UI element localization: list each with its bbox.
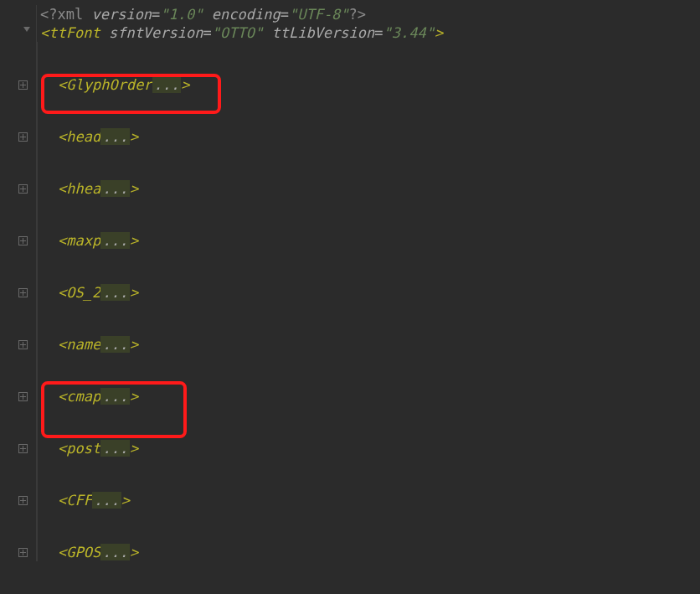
folded-ellipsis[interactable]: ... — [100, 180, 130, 197]
fold-expand-icon[interactable] — [18, 184, 28, 194]
tag-name: head — [66, 128, 100, 145]
folded-tag-display[interactable]: <GlyphOrder...> — [38, 76, 190, 93]
folded-node-hhea: <hhea...> — [0, 179, 700, 198]
tag-name: hhea — [66, 180, 100, 197]
tag-open-bracket: < — [58, 336, 66, 353]
xml-attr-encoding-val: "UTF-8" — [289, 6, 349, 23]
tag-name: GPOS — [66, 544, 100, 560]
fold-expand-icon[interactable] — [18, 132, 28, 142]
code-editor: <?xml version="1.0" encoding="UTF-8"?> <… — [0, 0, 700, 561]
folded-node-cmap: <cmap...> — [0, 387, 700, 405]
tag-open-bracket: < — [58, 128, 66, 145]
tag-close-bracket: > — [121, 492, 130, 509]
folded-ellipsis[interactable]: ... — [100, 388, 130, 405]
fold-expand-icon[interactable] — [18, 288, 28, 297]
folded-node-os_2: <OS_2...> — [0, 283, 700, 302]
blank-line — [0, 457, 700, 491]
tag-name: cmap — [66, 388, 100, 405]
tag-open-bracket: < — [58, 76, 66, 93]
folded-ellipsis[interactable]: ... — [100, 128, 130, 145]
folded-tag-display[interactable]: <head...> — [38, 128, 138, 145]
root-attr-0-key: sfntVersion — [109, 24, 203, 41]
tag-name: name — [66, 336, 100, 353]
tag-close-bracket: > — [130, 232, 138, 249]
code-line-xml-decl: <?xml version="1.0" encoding="UTF-8"?> — [0, 5, 700, 23]
tag-close-bracket: > — [130, 336, 138, 353]
tag-close-bracket: > — [130, 128, 138, 145]
root-tag-name: ttFont — [49, 24, 100, 41]
fold-expand-icon[interactable] — [18, 340, 28, 349]
tag-open-bracket: < — [58, 180, 66, 197]
xml-attr-version-key: version — [91, 6, 152, 23]
blank-line — [0, 302, 700, 335]
tag-open-bracket: < — [58, 440, 66, 457]
blank-line — [0, 509, 700, 543]
tag-close-bracket: > — [181, 76, 189, 93]
folded-ellipsis[interactable]: ... — [152, 76, 182, 93]
folded-ellipsis[interactable]: ... — [92, 492, 121, 509]
tag-name: OS_2 — [66, 284, 100, 301]
root-attr-0-val: "OTTO" — [212, 24, 263, 41]
root-attr-1-key: ttLibVersion — [271, 24, 374, 41]
tag-open-bracket: < — [58, 492, 66, 509]
folded-tag-display[interactable]: <maxp...> — [38, 232, 138, 249]
tag-close-bracket: > — [130, 388, 138, 405]
xml-attr-version-val: "1.0" — [160, 6, 203, 23]
folded-node-post: <post...> — [0, 439, 700, 457]
tag-name: post — [66, 440, 100, 457]
tag-close-bracket: > — [130, 544, 138, 560]
folded-node-head: <head...> — [0, 127, 700, 146]
folded-nodes-container: <GlyphOrder...><head...><hhea...><maxp..… — [0, 42, 700, 561]
folded-ellipsis[interactable]: ... — [100, 284, 130, 301]
root-open-bracket: < — [40, 24, 49, 41]
tag-close-bracket: > — [130, 284, 138, 301]
tag-close-bracket: > — [130, 180, 138, 197]
code-line-root: <ttFont sfntVersion="OTTO" ttLibVersion=… — [0, 23, 700, 42]
fold-arrow-icon[interactable] — [23, 27, 30, 32]
xml-pi-open: <? — [40, 6, 57, 23]
tag-open-bracket: < — [58, 232, 66, 249]
fold-expand-icon[interactable] — [18, 444, 28, 453]
folded-tag-display[interactable]: <GPOS...> — [38, 544, 138, 560]
fold-expand-icon[interactable] — [18, 236, 28, 245]
folded-node-glyphorder: <GlyphOrder...> — [0, 75, 700, 94]
folded-tag-display[interactable]: <OS_2...> — [38, 284, 138, 301]
tag-open-bracket: < — [58, 544, 66, 560]
folded-node-cff: <CFF...> — [0, 491, 700, 509]
root-close-bracket: > — [435, 24, 443, 41]
folded-tag-display[interactable]: <name...> — [38, 336, 138, 353]
folded-tag-display[interactable]: <cmap...> — [38, 388, 138, 405]
root-attr-1-val: "3.44" — [383, 24, 435, 41]
fold-expand-icon[interactable] — [18, 392, 28, 401]
tag-name: CFF — [66, 492, 92, 509]
tag-name: GlyphOrder — [66, 76, 152, 93]
folded-ellipsis[interactable]: ... — [100, 232, 130, 249]
folded-ellipsis[interactable]: ... — [100, 440, 130, 457]
fold-expand-icon[interactable] — [18, 80, 28, 90]
blank-line — [0, 94, 700, 127]
folded-tag-display[interactable]: <post...> — [38, 440, 138, 457]
folded-ellipsis[interactable]: ... — [100, 544, 130, 560]
tag-close-bracket: > — [130, 440, 138, 457]
xml-pi-name: xml — [57, 6, 83, 23]
folded-tag-display[interactable]: <hhea...> — [38, 180, 138, 197]
tag-open-bracket: < — [58, 284, 66, 301]
tag-name: maxp — [66, 232, 100, 249]
blank-line — [0, 198, 700, 231]
fold-expand-icon[interactable] — [18, 496, 28, 505]
folded-node-gpos: <GPOS...> — [0, 543, 700, 561]
tag-open-bracket: < — [58, 388, 66, 405]
folded-node-name: <name...> — [0, 335, 700, 354]
blank-line — [0, 354, 700, 387]
blank-line — [0, 42, 700, 75]
blank-line — [0, 405, 700, 439]
blank-line — [0, 250, 700, 283]
xml-pi-close: ?> — [349, 6, 366, 23]
folded-tag-display[interactable]: <CFF...> — [38, 492, 130, 509]
folded-ellipsis[interactable]: ... — [100, 336, 130, 353]
blank-line — [0, 146, 700, 179]
xml-attr-encoding-key: encoding — [212, 6, 281, 23]
fold-expand-icon[interactable] — [18, 548, 28, 557]
folded-node-maxp: <maxp...> — [0, 231, 700, 250]
